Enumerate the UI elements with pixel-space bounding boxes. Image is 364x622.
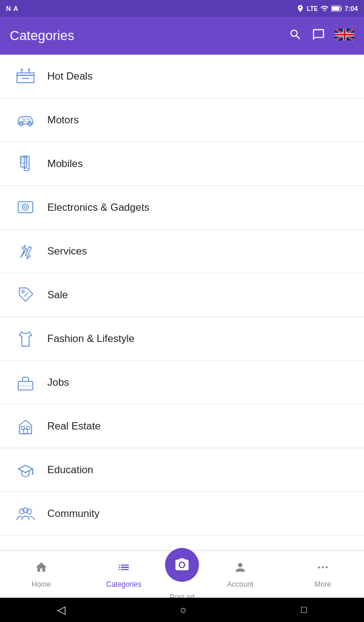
category-label-jobs: Jobs bbox=[47, 377, 69, 389]
category-item-services[interactable]: Services bbox=[0, 230, 364, 273]
category-item-mobiles[interactable]: Mobiles bbox=[0, 142, 364, 186]
bottom-navigation: Home Categories Post ad Account More bbox=[0, 550, 364, 598]
svg-point-37 bbox=[322, 566, 324, 569]
category-item-real-estate[interactable]: Real Estate bbox=[0, 405, 364, 448]
home-button[interactable]: ○ bbox=[180, 604, 187, 617]
nav-item-categories[interactable]: Categories bbox=[83, 561, 165, 589]
svg-point-36 bbox=[318, 566, 320, 569]
real-estate-icon bbox=[12, 417, 39, 436]
education-icon bbox=[12, 460, 39, 480]
signal-icon bbox=[320, 4, 329, 13]
status-lte: LTE bbox=[307, 5, 318, 12]
category-label-hot-deals: Hot Deals bbox=[47, 70, 93, 83]
category-label-electronics: Electronics & Gadgets bbox=[47, 202, 149, 214]
category-label-real-estate: Real Estate bbox=[47, 420, 101, 432]
mobiles-icon bbox=[12, 154, 39, 174]
motors-icon bbox=[12, 111, 39, 130]
svg-rect-1 bbox=[341, 7, 342, 10]
page-title: Categories bbox=[10, 28, 74, 44]
category-label-community: Community bbox=[47, 508, 99, 520]
category-item-jobs[interactable]: Jobs bbox=[0, 361, 364, 405]
post-ad-button[interactable] bbox=[165, 548, 199, 582]
status-bar: N A LTE 7:04 bbox=[0, 0, 364, 17]
category-item-community[interactable]: Community bbox=[0, 492, 364, 536]
nav-label-home: Home bbox=[32, 580, 51, 589]
battery-icon bbox=[331, 5, 342, 12]
category-item-motors[interactable]: Motors bbox=[0, 98, 364, 142]
category-label-sale: Sale bbox=[47, 289, 68, 301]
category-item-hot-deals[interactable]: Hot Deals bbox=[0, 55, 364, 98]
svg-point-22 bbox=[22, 290, 24, 293]
community-icon bbox=[12, 504, 39, 524]
nav-label-categories: Categories bbox=[106, 580, 141, 589]
categories-icon bbox=[117, 561, 130, 578]
app-header: Categories bbox=[0, 17, 364, 55]
category-item-electronics[interactable]: Electronics & Gadgets bbox=[0, 186, 364, 230]
category-label-education: Education bbox=[47, 464, 93, 476]
nav-item-post-ad[interactable]: Post ad bbox=[165, 548, 199, 601]
account-icon bbox=[234, 561, 247, 578]
svg-point-18 bbox=[22, 204, 29, 210]
svg-rect-16 bbox=[21, 157, 26, 163]
category-label-mobiles: Mobiles bbox=[47, 158, 83, 170]
category-list: Hot Deals Motors Mobiles bbox=[0, 55, 364, 550]
nav-item-home[interactable]: Home bbox=[0, 561, 83, 589]
hot-deals-icon bbox=[12, 67, 39, 86]
sale-icon bbox=[12, 285, 39, 305]
status-n: N bbox=[6, 5, 11, 12]
status-right: LTE 7:04 bbox=[296, 4, 358, 13]
category-label-motors: Motors bbox=[47, 114, 79, 126]
svg-rect-2 bbox=[332, 7, 339, 10]
nav-item-account[interactable]: Account bbox=[199, 561, 281, 589]
nav-label-more: More bbox=[314, 580, 331, 589]
search-icon[interactable] bbox=[289, 28, 302, 44]
category-item-fashion[interactable]: Fashion & Lifestyle bbox=[0, 317, 364, 361]
location-icon bbox=[296, 4, 305, 13]
recents-button[interactable]: □ bbox=[301, 604, 307, 615]
electronics-icon bbox=[12, 198, 39, 217]
svg-rect-5 bbox=[17, 75, 34, 83]
services-icon bbox=[12, 242, 39, 261]
svg-rect-17 bbox=[18, 202, 33, 213]
status-time: 7:04 bbox=[345, 5, 358, 12]
header-actions bbox=[289, 28, 354, 44]
category-label-fashion: Fashion & Lifestyle bbox=[47, 333, 135, 345]
status-left: N A bbox=[6, 5, 18, 12]
nav-item-more[interactable]: More bbox=[281, 561, 364, 589]
category-item-education[interactable]: Education bbox=[0, 448, 364, 492]
fashion-icon bbox=[12, 329, 39, 349]
svg-point-19 bbox=[24, 206, 27, 208]
back-button[interactable]: ◁ bbox=[57, 603, 66, 617]
svg-point-30 bbox=[32, 473, 34, 474]
svg-line-23 bbox=[24, 293, 28, 296]
more-icon bbox=[316, 561, 329, 578]
home-icon bbox=[35, 561, 48, 578]
svg-point-38 bbox=[326, 566, 328, 569]
nav-label-account: Account bbox=[227, 580, 253, 589]
category-label-services: Services bbox=[47, 245, 87, 258]
status-a: A bbox=[13, 5, 18, 12]
category-item-sale[interactable]: Sale bbox=[0, 273, 364, 317]
system-nav-bar: ◁ ○ □ bbox=[0, 598, 364, 622]
uk-flag-icon[interactable] bbox=[335, 29, 354, 44]
jobs-icon bbox=[12, 373, 39, 392]
chat-icon[interactable] bbox=[312, 28, 325, 44]
